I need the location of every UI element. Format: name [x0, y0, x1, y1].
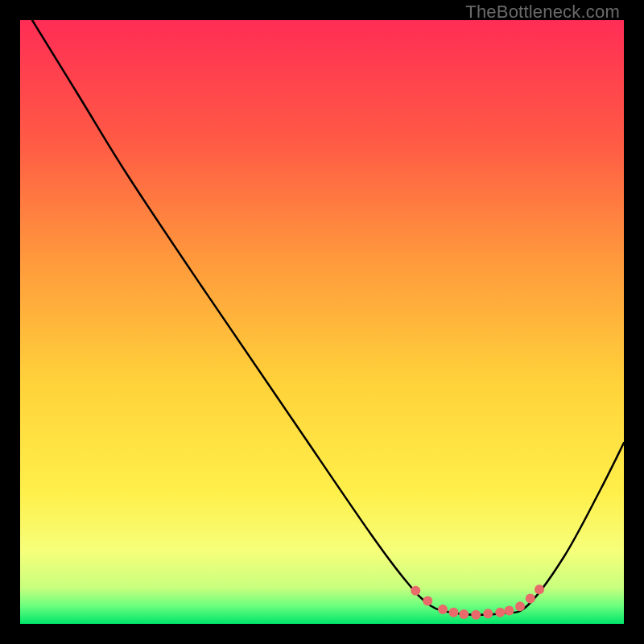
plot-area: [20, 20, 624, 624]
svg-rect-0: [20, 20, 624, 624]
chart-frame: TheBottleneck.com: [0, 0, 644, 644]
gradient-background: [20, 20, 624, 624]
